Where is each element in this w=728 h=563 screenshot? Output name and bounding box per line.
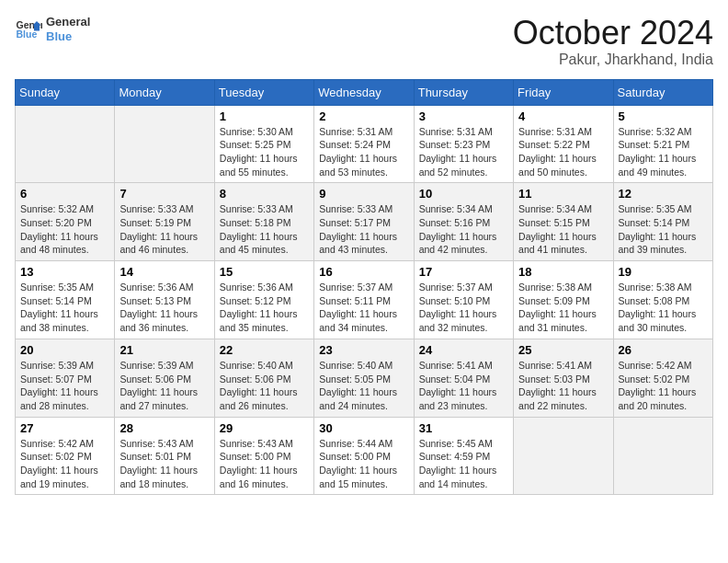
day-detail: Sunrise: 5:42 AM Sunset: 5:02 PM Dayligh…: [20, 437, 109, 491]
calendar-cell: 19Sunrise: 5:38 AM Sunset: 5:08 PM Dayli…: [613, 261, 712, 339]
calendar-cell: 9Sunrise: 5:33 AM Sunset: 5:17 PM Daylig…: [314, 183, 414, 261]
day-of-week-header: Wednesday: [314, 79, 414, 105]
calendar-cell: 1Sunrise: 5:30 AM Sunset: 5:25 PM Daylig…: [214, 105, 313, 183]
calendar-week-row: 27Sunrise: 5:42 AM Sunset: 5:02 PM Dayli…: [16, 417, 713, 495]
day-number: 6: [20, 187, 109, 201]
calendar-cell: 26Sunrise: 5:42 AM Sunset: 5:02 PM Dayli…: [613, 339, 712, 417]
day-number: 30: [319, 421, 408, 435]
day-detail: Sunrise: 5:32 AM Sunset: 5:20 PM Dayligh…: [20, 202, 109, 257]
calendar-cell: 13Sunrise: 5:35 AM Sunset: 5:14 PM Dayli…: [16, 261, 115, 339]
day-detail: Sunrise: 5:31 AM Sunset: 5:22 PM Dayligh…: [518, 125, 608, 179]
day-number: 22: [220, 343, 309, 357]
day-number: 12: [619, 187, 708, 201]
day-number: 19: [619, 265, 708, 279]
day-number: 18: [518, 265, 608, 279]
day-number: 15: [220, 265, 309, 279]
calendar-cell: 17Sunrise: 5:37 AM Sunset: 5:10 PM Dayli…: [414, 261, 513, 339]
logo-blue: Blue: [46, 29, 90, 44]
calendar-cell: [613, 417, 712, 495]
day-detail: Sunrise: 5:33 AM Sunset: 5:17 PM Dayligh…: [319, 202, 408, 257]
day-number: 11: [518, 187, 608, 201]
calendar-cell: 20Sunrise: 5:39 AM Sunset: 5:07 PM Dayli…: [16, 339, 115, 417]
day-number: 28: [119, 421, 209, 435]
day-number: 8: [220, 187, 309, 201]
day-detail: Sunrise: 5:35 AM Sunset: 5:14 PM Dayligh…: [619, 202, 708, 257]
page-header: General Blue General Blue October 2024 P…: [15, 15, 713, 68]
day-detail: Sunrise: 5:37 AM Sunset: 5:10 PM Dayligh…: [419, 281, 508, 335]
day-detail: Sunrise: 5:39 AM Sunset: 5:06 PM Dayligh…: [119, 359, 209, 413]
calendar-cell: 8Sunrise: 5:33 AM Sunset: 5:18 PM Daylig…: [214, 183, 313, 261]
day-of-week-header: Friday: [514, 79, 613, 105]
day-number: 9: [319, 187, 408, 201]
calendar-cell: 23Sunrise: 5:40 AM Sunset: 5:05 PM Dayli…: [314, 339, 414, 417]
day-number: 29: [220, 421, 309, 435]
day-detail: Sunrise: 5:31 AM Sunset: 5:23 PM Dayligh…: [419, 125, 508, 179]
day-detail: Sunrise: 5:32 AM Sunset: 5:21 PM Dayligh…: [619, 125, 708, 179]
calendar-cell: 15Sunrise: 5:36 AM Sunset: 5:12 PM Dayli…: [214, 261, 313, 339]
calendar-cell: 25Sunrise: 5:41 AM Sunset: 5:03 PM Dayli…: [514, 339, 613, 417]
day-number: 4: [518, 109, 608, 123]
day-number: 13: [20, 265, 109, 279]
day-number: 7: [119, 187, 209, 201]
day-detail: Sunrise: 5:39 AM Sunset: 5:07 PM Dayligh…: [20, 359, 109, 413]
calendar-cell: 7Sunrise: 5:33 AM Sunset: 5:19 PM Daylig…: [115, 183, 214, 261]
day-detail: Sunrise: 5:36 AM Sunset: 5:13 PM Dayligh…: [119, 281, 209, 335]
calendar-week-row: 6Sunrise: 5:32 AM Sunset: 5:20 PM Daylig…: [16, 183, 713, 261]
calendar-cell: 22Sunrise: 5:40 AM Sunset: 5:06 PM Dayli…: [214, 339, 313, 417]
day-number: 23: [319, 343, 408, 357]
location: Pakur, Jharkhand, India: [513, 52, 713, 68]
day-detail: Sunrise: 5:44 AM Sunset: 5:00 PM Dayligh…: [319, 437, 408, 491]
calendar-cell: 10Sunrise: 5:34 AM Sunset: 5:16 PM Dayli…: [414, 183, 513, 261]
calendar-cell: 4Sunrise: 5:31 AM Sunset: 5:22 PM Daylig…: [514, 105, 613, 183]
calendar-cell: 24Sunrise: 5:41 AM Sunset: 5:04 PM Dayli…: [414, 339, 513, 417]
day-number: 31: [419, 421, 508, 435]
calendar-body: 1Sunrise: 5:30 AM Sunset: 5:25 PM Daylig…: [16, 105, 713, 495]
day-number: 10: [419, 187, 508, 201]
calendar-cell: [16, 105, 115, 183]
calendar-cell: 3Sunrise: 5:31 AM Sunset: 5:23 PM Daylig…: [414, 105, 513, 183]
calendar-cell: 27Sunrise: 5:42 AM Sunset: 5:02 PM Dayli…: [16, 417, 115, 495]
day-detail: Sunrise: 5:34 AM Sunset: 5:16 PM Dayligh…: [419, 202, 508, 257]
day-number: 1: [220, 109, 309, 123]
day-number: 5: [619, 109, 708, 123]
day-detail: Sunrise: 5:40 AM Sunset: 5:06 PM Dayligh…: [220, 359, 309, 413]
day-number: 24: [419, 343, 508, 357]
calendar-cell: 5Sunrise: 5:32 AM Sunset: 5:21 PM Daylig…: [613, 105, 712, 183]
day-of-week-header: Tuesday: [214, 79, 313, 105]
calendar-cell: 30Sunrise: 5:44 AM Sunset: 5:00 PM Dayli…: [314, 417, 414, 495]
day-detail: Sunrise: 5:33 AM Sunset: 5:18 PM Dayligh…: [220, 202, 309, 257]
calendar-cell: 12Sunrise: 5:35 AM Sunset: 5:14 PM Dayli…: [613, 183, 712, 261]
title-block: October 2024 Pakur, Jharkhand, India: [513, 15, 713, 68]
calendar-cell: 16Sunrise: 5:37 AM Sunset: 5:11 PM Dayli…: [314, 261, 414, 339]
day-number: 27: [20, 421, 109, 435]
day-number: 20: [20, 343, 109, 357]
day-detail: Sunrise: 5:45 AM Sunset: 4:59 PM Dayligh…: [419, 437, 508, 491]
day-number: 14: [119, 265, 209, 279]
day-of-week-header: Sunday: [16, 79, 115, 105]
calendar-cell: 2Sunrise: 5:31 AM Sunset: 5:24 PM Daylig…: [314, 105, 414, 183]
day-detail: Sunrise: 5:35 AM Sunset: 5:14 PM Dayligh…: [20, 281, 109, 335]
day-of-week-header: Thursday: [414, 79, 513, 105]
day-detail: Sunrise: 5:31 AM Sunset: 5:24 PM Dayligh…: [319, 125, 408, 179]
day-number: 26: [619, 343, 708, 357]
day-of-week-header: Saturday: [613, 79, 712, 105]
day-detail: Sunrise: 5:36 AM Sunset: 5:12 PM Dayligh…: [220, 281, 309, 335]
day-number: 17: [419, 265, 508, 279]
calendar-week-row: 1Sunrise: 5:30 AM Sunset: 5:25 PM Daylig…: [16, 105, 713, 183]
calendar-cell: 14Sunrise: 5:36 AM Sunset: 5:13 PM Dayli…: [115, 261, 214, 339]
day-detail: Sunrise: 5:41 AM Sunset: 5:03 PM Dayligh…: [518, 359, 608, 413]
calendar-cell: 11Sunrise: 5:34 AM Sunset: 5:15 PM Dayli…: [514, 183, 613, 261]
calendar-header-row: SundayMondayTuesdayWednesdayThursdayFrid…: [16, 79, 713, 105]
logo: General Blue General Blue: [15, 15, 90, 43]
day-detail: Sunrise: 5:33 AM Sunset: 5:19 PM Dayligh…: [119, 202, 209, 257]
day-detail: Sunrise: 5:38 AM Sunset: 5:08 PM Dayligh…: [619, 281, 708, 335]
day-detail: Sunrise: 5:43 AM Sunset: 5:01 PM Dayligh…: [119, 437, 209, 491]
day-detail: Sunrise: 5:40 AM Sunset: 5:05 PM Dayligh…: [319, 359, 408, 413]
day-of-week-header: Monday: [115, 79, 214, 105]
month-title: October 2024: [513, 15, 713, 52]
calendar-cell: [514, 417, 613, 495]
day-number: 2: [319, 109, 408, 123]
day-detail: Sunrise: 5:37 AM Sunset: 5:11 PM Dayligh…: [319, 281, 408, 335]
calendar-cell: 21Sunrise: 5:39 AM Sunset: 5:06 PM Dayli…: [115, 339, 214, 417]
day-detail: Sunrise: 5:30 AM Sunset: 5:25 PM Dayligh…: [220, 125, 309, 179]
